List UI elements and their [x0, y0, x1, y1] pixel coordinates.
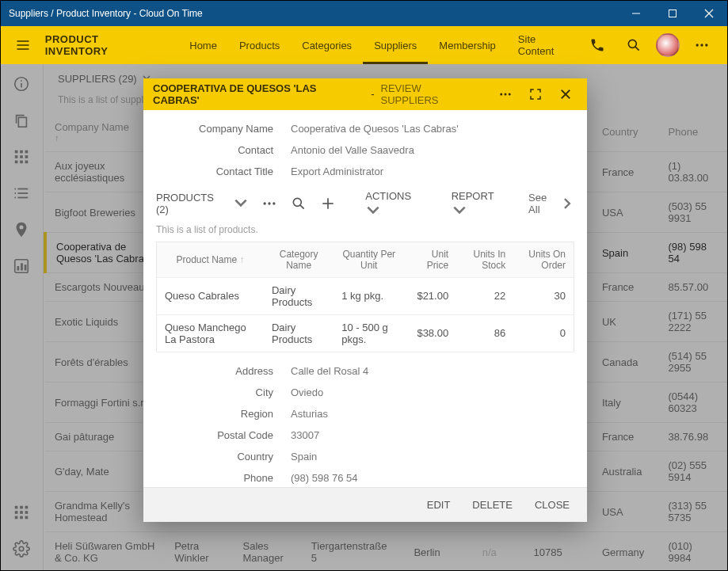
fullscreen-icon[interactable] [524, 82, 547, 106]
field-label: Region [156, 408, 291, 420]
chevron-down-icon[interactable] [233, 195, 249, 213]
app-title: PRODUCT INVENTORY [45, 33, 165, 57]
field-row: RegionAsturias [156, 403, 574, 424]
dialog-more-icon[interactable] [494, 82, 518, 106]
plus-icon[interactable] [319, 193, 337, 214]
table-row[interactable]: Queso CabralesDairy Products1 kg pkg.$21… [157, 277, 574, 314]
window-minimize[interactable] [618, 1, 654, 26]
field-row: CityOviedo [156, 382, 574, 403]
nav-products[interactable]: Products [228, 26, 291, 64]
field-value: Export Administrator [291, 166, 574, 177]
field-value: Antonio del Valle Saavedra [291, 144, 574, 156]
field-row: Postal Code33007 [156, 424, 574, 446]
col-header[interactable]: Quantity Per Unit [334, 242, 404, 277]
field-label: Company Name [156, 123, 291, 135]
field-label: City [156, 386, 291, 398]
window-close[interactable] [691, 1, 727, 26]
svg-point-49 [273, 202, 275, 204]
svg-point-7 [700, 44, 703, 46]
menu-icon[interactable] [7, 29, 39, 61]
field-label: Contact Title [156, 166, 291, 177]
dialog-subtitle: REVIEW SUPPLIERS [381, 82, 482, 106]
field-value: Asturias [291, 408, 574, 420]
more-icon[interactable] [688, 31, 716, 59]
field-row: Contact TitleExport Administrator [156, 161, 574, 182]
edit-button[interactable]: EDIT [427, 499, 451, 511]
products-description: This is a list of products. [156, 223, 574, 242]
window-titlebar: Suppliers / Product Inventory - Cloud On… [1, 1, 727, 26]
svg-line-5 [635, 47, 639, 51]
field-value: Calle del Rosal 4 [291, 365, 574, 377]
field-value: Spain [291, 451, 574, 463]
svg-point-8 [705, 44, 707, 46]
field-value: Cooperativa de Quesos 'Las Cabras' [291, 123, 574, 135]
field-label: Country [156, 451, 291, 463]
see-all-link[interactable]: See All [528, 192, 574, 215]
close-button[interactable]: CLOSE [535, 499, 570, 511]
field-value: Oviedo [291, 386, 574, 398]
field-value: 33007 [291, 429, 574, 441]
supplier-dialog: COOPERATIVA DE QUESOS 'LAS CABRAS' - REV… [143, 78, 587, 522]
col-header[interactable]: Category Name [264, 242, 334, 277]
nav-home[interactable]: Home [178, 26, 228, 64]
products-toolbar: PRODUCTS (2) ACTIONS REPORT See All [156, 182, 574, 223]
svg-point-4 [628, 40, 636, 48]
search-icon[interactable] [619, 31, 648, 59]
phone-icon[interactable] [583, 31, 612, 59]
delete-button[interactable]: DELETE [472, 499, 513, 511]
window-title: Suppliers / Product Inventory - Cloud On… [9, 8, 203, 19]
products-heading[interactable]: PRODUCTS (2) [156, 192, 222, 215]
dialog-footer: EDIT DELETE CLOSE [143, 487, 587, 522]
field-row: Phone(98) 598 76 54 [156, 467, 574, 488]
field-value: (98) 598 76 54 [291, 472, 574, 484]
svg-point-44 [509, 93, 511, 95]
report-dropdown[interactable]: REPORT [452, 190, 506, 218]
svg-line-51 [300, 205, 304, 209]
svg-rect-1 [669, 10, 677, 17]
more-icon[interactable] [260, 193, 278, 214]
field-label: Address [156, 365, 291, 377]
products-table: Product Name ↑Category NameQuantity Per … [156, 242, 574, 352]
search-icon[interactable] [289, 193, 307, 214]
actions-dropdown[interactable]: ACTIONS [365, 190, 423, 218]
svg-point-48 [268, 202, 270, 204]
dialog-header: COOPERATIVA DE QUESOS 'LAS CABRAS' - REV… [143, 78, 587, 110]
svg-point-6 [696, 44, 699, 46]
nav-site-content[interactable]: Site Content [507, 26, 583, 64]
field-label: Phone [156, 472, 291, 484]
close-icon[interactable] [554, 82, 577, 106]
svg-point-47 [263, 202, 265, 204]
field-row: ContactAntonio del Valle Saavedra [156, 139, 574, 161]
table-row[interactable]: Queso Manchego La PastoraDairy Products1… [157, 314, 574, 352]
nav-links: HomeProductsCategoriesSuppliersMembershi… [178, 26, 583, 64]
field-label: Contact [156, 144, 291, 156]
dialog-title: COOPERATIVA DE QUESOS 'LAS CABRAS' [153, 82, 364, 106]
nav-suppliers[interactable]: Suppliers [363, 26, 428, 64]
app-bar: PRODUCT INVENTORY HomeProductsCategories… [1, 26, 727, 64]
nav-categories[interactable]: Categories [291, 26, 363, 64]
svg-point-50 [293, 198, 301, 206]
avatar[interactable] [656, 33, 680, 57]
window-maximize[interactable] [654, 1, 691, 26]
svg-point-43 [505, 93, 507, 95]
field-row: CountrySpain [156, 446, 574, 467]
nav-membership[interactable]: Membership [428, 26, 507, 64]
field-row: Company NameCooperativa de Quesos 'Las C… [156, 118, 574, 139]
field-row: AddressCalle del Rosal 4 [156, 360, 574, 382]
col-header[interactable]: Product Name ↑ [157, 242, 264, 277]
svg-point-42 [501, 93, 503, 95]
col-header[interactable]: Units On Order [513, 242, 574, 277]
col-header[interactable]: Units In Stock [456, 242, 513, 277]
col-header[interactable]: Unit Price [404, 242, 456, 277]
field-label: Postal Code [156, 429, 291, 441]
